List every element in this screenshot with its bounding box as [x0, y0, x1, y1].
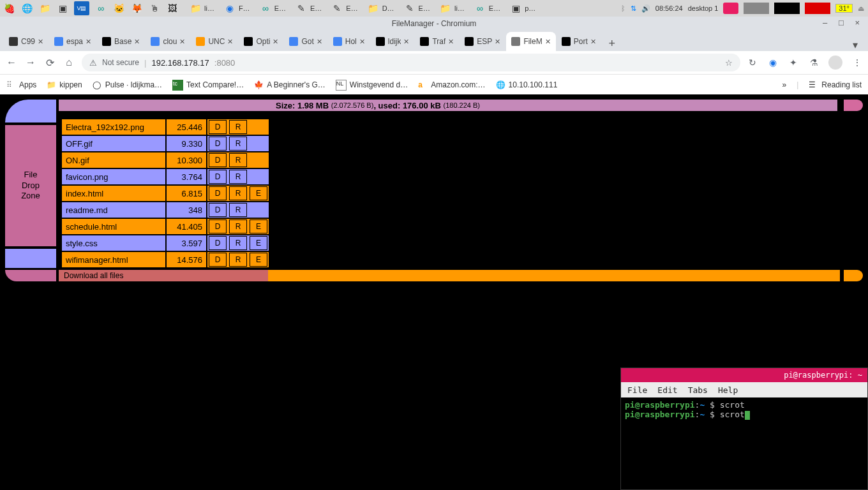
download-button[interactable]: D	[209, 253, 227, 267]
window-controls[interactable]: – □ ×	[823, 18, 864, 27]
new-tab-button[interactable]: +	[604, 36, 620, 51]
file-drop-zone[interactable]: File Drop Zone	[5, 125, 56, 246]
file-name[interactable]: index.html	[61, 185, 166, 202]
rename-button[interactable]: R	[229, 137, 247, 151]
rename-button[interactable]: R	[229, 253, 247, 267]
browser-tab[interactable]: espa✕	[49, 32, 96, 51]
eject-icon[interactable]: ⏏	[858, 4, 864, 13]
task-folder3-icon[interactable]: 📁	[439, 2, 452, 15]
rename-button[interactable]: R	[229, 153, 247, 167]
file-name[interactable]: style.css	[61, 235, 166, 251]
edit-button[interactable]: E	[250, 236, 267, 250]
tab-search-icon[interactable]: ▾	[848, 39, 863, 51]
browser-tab[interactable]: C99✕	[4, 32, 49, 51]
tab-close-icon[interactable]: ✕	[134, 38, 140, 46]
bluetooth-icon[interactable]: ᛒ	[621, 4, 625, 12]
extension-eye-icon[interactable]: ◉	[767, 57, 779, 68]
download-button[interactable]: D	[209, 170, 227, 184]
terminal-menu-tabs[interactable]: Tabs	[688, 385, 708, 395]
browser-tab[interactable]: Port✕	[557, 32, 601, 51]
tab-close-icon[interactable]: ✕	[403, 38, 409, 46]
download-button[interactable]: D	[209, 153, 227, 167]
bookmark-winstgevend[interactable]: NLWinstgevend d…	[336, 80, 408, 91]
home-button[interactable]: ⌂	[63, 56, 75, 69]
bookmark-beginners[interactable]: 🍁A Beginner's G…	[254, 80, 326, 90]
bookmark-amazon[interactable]: aAmazon.com:…	[418, 80, 485, 90]
tab-close-icon[interactable]: ✕	[590, 38, 596, 46]
tab-close-icon[interactable]: ✕	[38, 38, 43, 46]
arduino-icon[interactable]: ∞	[94, 2, 107, 15]
raspberry-menu-icon[interactable]: 🍓	[3, 2, 15, 15]
task-editor-icon[interactable]: ✎	[295, 2, 308, 15]
rename-button[interactable]: R	[229, 186, 247, 200]
terminal-titlebar[interactable]: pi@raspberrypi: ~	[621, 368, 867, 382]
cat-icon[interactable]: 🐱	[112, 2, 125, 15]
download-button[interactable]: D	[209, 137, 227, 151]
reload-button[interactable]: ⟳	[43, 56, 56, 69]
download-button[interactable]: D	[209, 186, 227, 200]
terminal-menu-file[interactable]: File	[627, 385, 647, 395]
task-editor3-icon[interactable]: ✎	[403, 2, 416, 15]
file-name[interactable]: wifimanager.html	[61, 251, 166, 268]
tab-close-icon[interactable]: ✕	[86, 38, 91, 46]
download-button[interactable]: D	[209, 219, 227, 234]
file-name[interactable]: readme.md	[61, 202, 166, 218]
download-button[interactable]: D	[209, 203, 227, 217]
file-name[interactable]: ON.gif	[61, 152, 166, 168]
bookmarks-overflow-icon[interactable]: »	[782, 80, 786, 89]
chrome-menu-icon[interactable]: ⋮	[851, 57, 863, 68]
bookmark-pulse[interactable]: ◯Pulse · ldijkma…	[93, 80, 162, 90]
extension-flask-icon[interactable]: ⚗	[808, 57, 819, 68]
cpu-graph-icon[interactable]	[774, 3, 800, 14]
edit-button[interactable]: E	[250, 219, 267, 234]
download-all-button[interactable]: Download all files	[59, 270, 271, 281]
window-titlebar[interactable]: FileManager - Chromium – □ ×	[0, 17, 868, 31]
file-name[interactable]: OFF.gif	[61, 135, 166, 152]
rename-button[interactable]: R	[229, 219, 247, 234]
bookmark-ip[interactable]: 🌐10.10.100.111	[496, 80, 558, 90]
download-button[interactable]: D	[209, 236, 227, 250]
browser-tab[interactable]: Base✕	[97, 32, 145, 51]
apps-button[interactable]: ⠿Apps	[6, 80, 36, 90]
terminal-icon[interactable]: ▣	[56, 2, 69, 15]
task-chrome-icon[interactable]: ◉	[223, 2, 236, 15]
globe-icon[interactable]: 🌐	[20, 2, 33, 15]
rename-button[interactable]: R	[229, 170, 247, 184]
temperature-badge[interactable]: 31°	[835, 4, 853, 13]
task-editor2-icon[interactable]: ✎	[331, 2, 343, 15]
edit-button[interactable]: E	[250, 186, 267, 200]
tab-close-icon[interactable]: ✕	[545, 38, 551, 46]
browser-tab[interactable]: UNC✕	[191, 32, 238, 51]
mouse-icon[interactable]: 🖱	[148, 2, 161, 15]
task-terminal-icon[interactable]: ▣	[509, 2, 522, 15]
rename-button[interactable]: R	[229, 120, 247, 134]
clock[interactable]: 08:56:24	[655, 4, 683, 12]
star-icon[interactable]: ☆	[725, 58, 733, 68]
extension-sync-icon[interactable]: ↻	[747, 57, 758, 68]
back-button[interactable]: ←	[5, 56, 18, 69]
tab-close-icon[interactable]: ✕	[359, 38, 365, 46]
file-name[interactable]: Electra_192x192.png	[61, 119, 166, 135]
image-icon[interactable]: 🖼	[166, 2, 179, 15]
reading-list-button[interactable]: ☰Reading list	[809, 80, 862, 90]
profile-icon[interactable]	[828, 56, 842, 70]
desktop-indicator[interactable]: desktop 1	[688, 4, 719, 12]
tab-close-icon[interactable]: ✕	[273, 38, 278, 46]
browser-tab[interactable]: ESP✕	[460, 32, 505, 51]
cpu-temp-graph-icon[interactable]	[805, 3, 830, 14]
workspace-icon[interactable]	[723, 3, 738, 14]
edit-button[interactable]: E	[250, 253, 267, 267]
network-icon[interactable]: ⇅	[631, 4, 636, 13]
forward-button[interactable]: →	[24, 56, 37, 69]
files-icon[interactable]: 📁	[38, 2, 51, 15]
browser-tab[interactable]: Hol✕	[328, 32, 370, 51]
task-arduino2-icon[interactable]: ∞	[474, 2, 486, 15]
browser-tab[interactable]: clou✕	[146, 32, 190, 51]
task-folder-icon[interactable]: 📁	[189, 2, 202, 15]
download-button[interactable]: D	[209, 120, 227, 134]
tab-close-icon[interactable]: ✕	[495, 38, 500, 46]
address-bar[interactable]: ⚠ Not secure | 192.168.178.17:8080 ☆	[82, 54, 740, 71]
extensions-icon[interactable]: ✦	[788, 57, 799, 68]
task-arduino-icon[interactable]: ∞	[259, 2, 272, 15]
tab-close-icon[interactable]: ✕	[179, 38, 185, 46]
